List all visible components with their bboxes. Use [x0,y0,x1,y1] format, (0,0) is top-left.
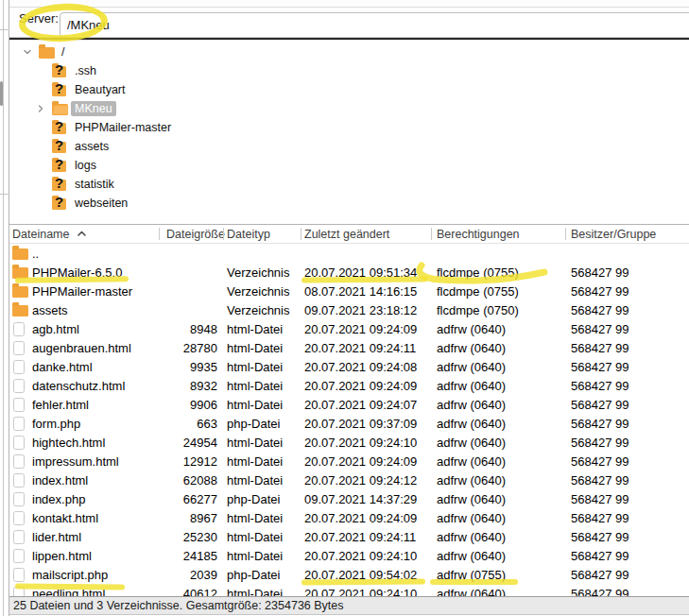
cell-text: hightech.html [32,436,105,450]
tree-item-logs[interactable]: ?logs [9,156,689,175]
folder-icon [12,305,28,317]
cell-text: adfrw (0640) [437,473,506,488]
cell-text: 12912 [183,454,217,469]
file-icon [13,398,25,412]
folder-question-icon: ? [52,85,66,96]
tree-item-[interactable]: / [9,43,689,61]
tree-item-webseiten[interactable]: ?webseiten [9,194,689,213]
file-icon [13,436,25,450]
cell-size [159,263,223,282]
column-header-type[interactable]: Dateityp [223,225,301,243]
table-row[interactable]: PHPMailer-masterVerzeichnis08.07.2021 14… [9,282,689,300]
table-row[interactable]: impressum.html12912html-Datei20.07.2021 … [9,452,689,471]
tree-item-phpmailer-master[interactable]: ?PHPMailer-master [9,118,689,137]
column-header-owner[interactable]: Besitzer/Gruppe [565,225,689,243]
cell-text: html-Datei [227,360,283,374]
table-row[interactable]: danke.html9935html-Datei20.07.2021 09:24… [9,357,689,376]
cell-text: adfrw (0640) [437,341,506,355]
cell-name: augenbrauen.html [9,338,159,357]
table-row[interactable]: index.php66277php-Datei09.07.2021 14:37:… [9,489,689,508]
pane-divider-tick [0,194,9,195]
cell-name: PHPMailer-master [9,282,159,300]
column-header-name[interactable]: Dateiname [9,225,159,243]
table-row[interactable]: fehler.html9906html-Datei20.07.2021 09:2… [9,395,689,414]
table-row[interactable]: lider.html25230html-Datei20.07.2021 09:2… [9,527,689,546]
column-header-size[interactable]: Dateigröße [159,225,223,243]
table-row[interactable]: .. [9,244,689,263]
tree-item-label: Beautyart [75,83,126,96]
cell-text: 20.07.2021 09:24:08 [304,360,417,374]
table-row[interactable]: kontakt.html8967html-Datei20.07.2021 09:… [9,508,689,527]
table-row[interactable]: index.html62088html-Datei20.07.2021 09:2… [9,471,689,489]
cell-text: php-Datei [227,568,280,582]
cell-type: html-Datei [223,357,301,376]
cell-text: adfrw (0640) [437,417,506,431]
file-icon [13,549,25,563]
cell-size: 9935 [159,357,223,376]
tree-item-ssh[interactable]: ?.ssh [9,61,689,80]
cell-text: 08.07.2021 14:16:15 [304,284,417,299]
cell-text: 568427 99 [571,398,629,412]
cell-text: 25230 [183,530,217,544]
table-row[interactable]: assetsVerzeichnis09.07.2021 23:18:12flcd… [9,300,689,319]
column-header-mod[interactable]: Zuletzt geändert [301,225,431,243]
cell-text: html-Datei [227,436,283,450]
cell-text: php-Datei [227,492,280,506]
cell-name: assets [9,300,159,319]
cell-permissions: adfrw (0640) [431,508,565,527]
cell-text: adfrw (0640) [437,436,506,450]
folder-icon [39,47,55,59]
tree-item-label: webseiten [75,197,128,210]
file-table-header: DateinameDateigrößeDateitypZuletzt geänd… [9,224,689,244]
cell-text: html-Datei [227,549,283,563]
cell-text: 9906 [190,398,217,412]
cell-owner: 568427 99 [565,584,689,596]
tree-item-mkneu[interactable]: MKneu [9,99,689,118]
scrollbar-thumb[interactable] [0,81,3,106]
cell-text: 568427 99 [571,492,629,506]
cell-permissions: adfrw (0640) [431,376,565,395]
cell-text: 663 [197,417,217,431]
column-header-perm[interactable]: Berechtigungen [431,225,565,243]
cell-name: impressum.html [9,452,159,471]
tree-item-statistik[interactable]: ?statistik [9,175,689,194]
folder-question-icon: ? [52,180,66,191]
table-row[interactable]: augenbrauen.html28780html-Datei20.07.202… [9,338,689,357]
cell-text: 8932 [190,379,217,393]
tree-item-assets[interactable]: ?assets [9,137,689,156]
cell-text: 24954 [183,436,217,450]
table-row[interactable]: agb.html8948html-Datei20.07.2021 09:24:0… [9,319,689,338]
cell-text: form.php [32,417,80,431]
chevron-right-icon[interactable] [36,104,45,113]
cell-text: augenbrauen.html [32,341,131,355]
cell-size: 40612 [159,584,223,596]
folder-question-icon: ? [52,161,66,172]
table-row[interactable]: hightech.html24954html-Datei20.07.2021 0… [9,433,689,452]
cell-name: form.php [9,414,159,433]
file-icon [13,322,25,336]
cell-size: 24954 [159,433,223,452]
folder-question-icon: ? [52,123,66,134]
server-path-input[interactable] [60,12,689,38]
server-bar: Server: [9,0,689,38]
cell-text: 568427 99 [571,322,629,336]
cell-modified: 20.07.2021 09:24:09 [301,452,431,471]
cell-text: 09.07.2021 23:18:12 [304,303,417,317]
cell-text: 20.07.2021 09:24:10 [304,436,417,450]
cell-size [159,282,223,300]
tree-item-beautyart[interactable]: ?Beautyart [9,80,689,99]
chevron-down-icon[interactable] [23,47,32,57]
cell-owner [565,244,689,263]
table-row[interactable]: form.php663php-Datei20.07.2021 09:37:09a… [9,414,689,433]
table-row[interactable]: lippen.html24185html-Datei20.07.2021 09:… [9,546,689,565]
cell-permissions: adfrw (0640) [431,471,565,489]
cell-type: html-Datei [223,452,301,471]
cell-size [159,300,223,319]
cell-text: fehler.html [32,398,89,412]
cell-modified: 20.07.2021 09:24:12 [301,471,431,489]
cell-text: kontakt.html [32,511,98,525]
cell-text: 09.07.2021 14:37:29 [304,492,417,506]
file-icon [13,454,25,469]
table-row[interactable]: datenschutz.html8932html-Datei20.07.2021… [9,376,689,395]
file-icon [13,417,25,431]
